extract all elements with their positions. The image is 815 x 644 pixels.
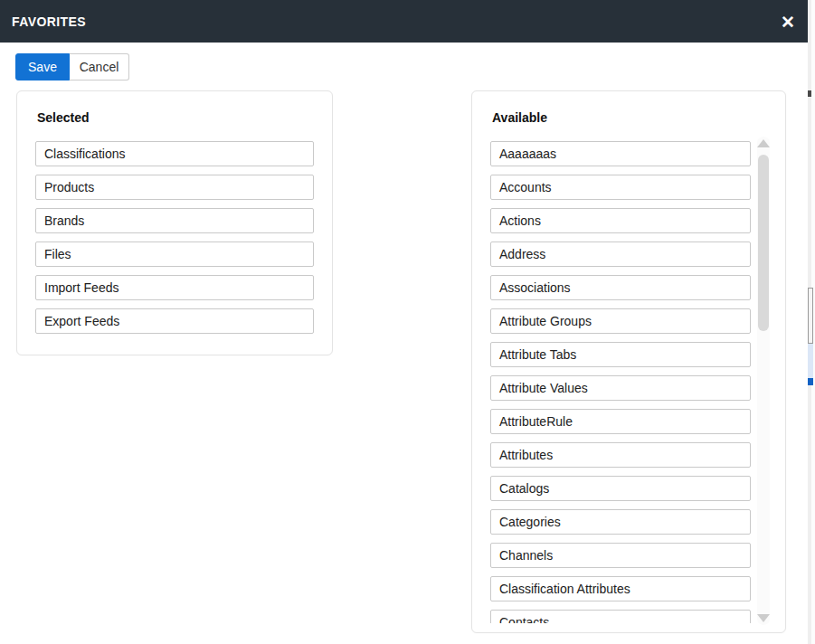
cancel-button[interactable]: Cancel bbox=[70, 53, 129, 80]
background-page-fragment bbox=[808, 288, 813, 344]
selected-panel: Selected Classifications Products Brands… bbox=[16, 90, 333, 355]
available-list-item[interactable]: Accounts bbox=[490, 175, 751, 200]
scroll-up-icon[interactable] bbox=[757, 139, 770, 147]
available-list-item[interactable]: Contacts bbox=[490, 610, 751, 623]
available-list-item[interactable]: Associations bbox=[490, 275, 751, 300]
selected-list-item[interactable]: Files bbox=[35, 242, 314, 267]
selected-list-item[interactable]: Export Feeds bbox=[35, 308, 314, 334]
modal-title: FAVORITES bbox=[0, 14, 86, 29]
available-list-item[interactable]: Aaaaaaas bbox=[490, 141, 751, 166]
background-page-fragment bbox=[808, 344, 813, 380]
modal-header: FAVORITES ✕ bbox=[0, 0, 808, 43]
available-panel-heading: Available bbox=[492, 110, 547, 125]
selected-list-item[interactable]: Import Feeds bbox=[35, 275, 314, 300]
available-list: Aaaaaaas Accounts Actions Address Associ… bbox=[490, 141, 751, 623]
available-list-item[interactable]: Address bbox=[490, 242, 751, 267]
scrollbar-thumb[interactable] bbox=[758, 155, 769, 331]
scrollbar[interactable] bbox=[757, 137, 770, 625]
toolbar: Save Cancel bbox=[15, 53, 129, 80]
selected-list-item[interactable]: Products bbox=[35, 175, 314, 200]
available-list-item[interactable]: Attribute Tabs bbox=[490, 342, 751, 367]
selected-list-item[interactable]: Classifications bbox=[35, 141, 314, 166]
close-icon[interactable]: ✕ bbox=[777, 11, 799, 32]
scroll-down-icon[interactable] bbox=[757, 614, 770, 622]
background-page-fragment bbox=[808, 90, 811, 97]
available-list-item[interactable]: Attribute Groups bbox=[490, 308, 751, 334]
available-list-item[interactable]: Classification Attributes bbox=[490, 576, 751, 601]
available-list-item[interactable]: Categories bbox=[490, 509, 751, 535]
save-button[interactable]: Save bbox=[15, 53, 70, 80]
available-list-item[interactable]: Channels bbox=[490, 543, 751, 568]
available-list-item[interactable]: AttributeRule bbox=[490, 409, 751, 434]
background-page-fragment bbox=[808, 378, 813, 385]
available-list-item[interactable]: Catalogs bbox=[490, 476, 751, 501]
selected-list: Classifications Products Brands Files Im… bbox=[35, 141, 314, 342]
available-list-item[interactable]: Actions bbox=[490, 208, 751, 233]
available-panel: Available Aaaaaaas Accounts Actions Addr… bbox=[471, 90, 786, 633]
selected-list-item[interactable]: Brands bbox=[35, 208, 314, 233]
available-list-item[interactable]: Attribute Values bbox=[490, 375, 751, 401]
selected-panel-heading: Selected bbox=[37, 110, 90, 125]
background-page-edge bbox=[808, 0, 815, 644]
available-list-item[interactable]: Attributes bbox=[490, 442, 751, 468]
